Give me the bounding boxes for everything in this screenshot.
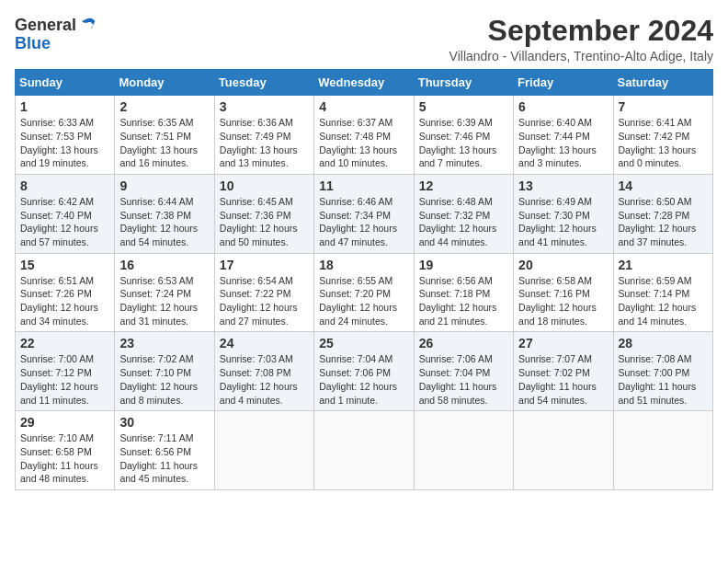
calendar-cell: [514, 411, 613, 490]
day-number: 3: [220, 99, 309, 114]
calendar-cell: 7Sunrise: 6:41 AM Sunset: 7:42 PM Daylig…: [613, 96, 712, 175]
calendar-week-row: 22Sunrise: 7:00 AM Sunset: 7:12 PM Dayli…: [16, 332, 713, 411]
calendar-cell: 12Sunrise: 6:48 AM Sunset: 7:32 PM Dayli…: [414, 174, 513, 253]
col-header-monday: Monday: [115, 70, 214, 96]
day-info: Sunrise: 7:11 AM Sunset: 6:56 PM Dayligh…: [119, 431, 209, 486]
day-info: Sunrise: 6:56 AM Sunset: 7:18 PM Dayligh…: [419, 274, 508, 328]
day-number: 8: [20, 178, 109, 193]
day-number: 29: [20, 415, 109, 430]
title-area: September 2024 Villandro - Villanders, T…: [449, 15, 713, 63]
calendar-cell: 21Sunrise: 6:59 AM Sunset: 7:14 PM Dayli…: [613, 253, 712, 332]
calendar-cell: 8Sunrise: 6:42 AM Sunset: 7:40 PM Daylig…: [16, 174, 115, 253]
day-info: Sunrise: 6:50 AM Sunset: 7:28 PM Dayligh…: [619, 195, 708, 249]
calendar-cell: 3Sunrise: 6:36 AM Sunset: 7:49 PM Daylig…: [214, 96, 313, 175]
day-number: 18: [319, 258, 408, 272]
day-number: 23: [119, 336, 209, 350]
day-number: 15: [20, 258, 109, 272]
day-number: 1: [20, 99, 109, 114]
calendar-cell: 30Sunrise: 7:11 AM Sunset: 6:56 PM Dayli…: [115, 411, 214, 490]
day-number: 19: [419, 258, 508, 272]
calendar-cell: 14Sunrise: 6:50 AM Sunset: 7:28 PM Dayli…: [613, 174, 712, 253]
calendar-cell: [214, 411, 313, 490]
day-number: 26: [419, 336, 508, 350]
day-info: Sunrise: 6:48 AM Sunset: 7:32 PM Dayligh…: [419, 195, 508, 249]
col-header-friday: Friday: [514, 70, 613, 96]
logo-general: General: [15, 17, 76, 33]
calendar-cell: 4Sunrise: 6:37 AM Sunset: 7:48 PM Daylig…: [314, 96, 414, 175]
day-number: 28: [619, 336, 708, 350]
day-number: 17: [220, 258, 309, 272]
calendar-week-row: 8Sunrise: 6:42 AM Sunset: 7:40 PM Daylig…: [16, 174, 713, 253]
calendar-cell: 9Sunrise: 6:44 AM Sunset: 7:38 PM Daylig…: [115, 174, 214, 253]
day-number: 12: [419, 178, 508, 193]
calendar-cell: 16Sunrise: 6:53 AM Sunset: 7:24 PM Dayli…: [115, 253, 214, 332]
day-info: Sunrise: 6:44 AM Sunset: 7:38 PM Dayligh…: [119, 195, 209, 249]
day-info: Sunrise: 6:58 AM Sunset: 7:16 PM Dayligh…: [518, 274, 608, 328]
day-info: Sunrise: 6:46 AM Sunset: 7:34 PM Dayligh…: [319, 195, 408, 249]
day-number: 21: [619, 258, 708, 272]
day-info: Sunrise: 7:06 AM Sunset: 7:04 PM Dayligh…: [419, 352, 508, 407]
calendar-cell: 19Sunrise: 6:56 AM Sunset: 7:18 PM Dayli…: [414, 253, 513, 332]
col-header-thursday: Thursday: [414, 70, 513, 96]
day-number: 24: [220, 336, 309, 350]
calendar-cell: 29Sunrise: 7:10 AM Sunset: 6:58 PM Dayli…: [16, 411, 115, 490]
calendar-cell: [414, 411, 513, 490]
day-number: 7: [619, 99, 708, 114]
day-number: 27: [518, 336, 608, 350]
day-number: 5: [419, 99, 508, 114]
day-info: Sunrise: 6:55 AM Sunset: 7:20 PM Dayligh…: [319, 274, 408, 328]
day-info: Sunrise: 6:39 AM Sunset: 7:46 PM Dayligh…: [419, 116, 508, 170]
logo: General Blue: [15, 15, 98, 52]
calendar-header-row: SundayMondayTuesdayWednesdayThursdayFrid…: [16, 70, 713, 96]
day-number: 9: [119, 178, 209, 193]
month-title: September 2024: [449, 15, 713, 47]
calendar-cell: 24Sunrise: 7:03 AM Sunset: 7:08 PM Dayli…: [214, 332, 313, 411]
col-header-wednesday: Wednesday: [314, 70, 414, 96]
calendar-cell: 11Sunrise: 6:46 AM Sunset: 7:34 PM Dayli…: [314, 174, 414, 253]
logo-blue: Blue: [15, 34, 51, 52]
day-number: 11: [319, 178, 408, 193]
calendar-cell: [314, 411, 414, 490]
location-subtitle: Villandro - Villanders, Trentino-Alto Ad…: [449, 49, 713, 63]
col-header-sunday: Sunday: [16, 70, 115, 96]
day-number: 4: [319, 99, 408, 114]
day-number: 25: [319, 336, 408, 350]
calendar-cell: 27Sunrise: 7:07 AM Sunset: 7:02 PM Dayli…: [514, 332, 613, 411]
calendar-cell: 2Sunrise: 6:35 AM Sunset: 7:51 PM Daylig…: [115, 96, 214, 175]
day-info: Sunrise: 6:41 AM Sunset: 7:42 PM Dayligh…: [619, 116, 708, 170]
day-info: Sunrise: 6:53 AM Sunset: 7:24 PM Dayligh…: [119, 274, 209, 328]
day-info: Sunrise: 7:07 AM Sunset: 7:02 PM Dayligh…: [518, 352, 608, 407]
day-info: Sunrise: 6:33 AM Sunset: 7:53 PM Dayligh…: [20, 116, 109, 170]
day-info: Sunrise: 6:45 AM Sunset: 7:36 PM Dayligh…: [220, 195, 309, 249]
day-number: 13: [518, 178, 608, 193]
day-info: Sunrise: 7:02 AM Sunset: 7:10 PM Dayligh…: [119, 352, 209, 407]
calendar-week-row: 29Sunrise: 7:10 AM Sunset: 6:58 PM Dayli…: [16, 411, 713, 490]
calendar-cell: 15Sunrise: 6:51 AM Sunset: 7:26 PM Dayli…: [16, 253, 115, 332]
calendar-cell: [613, 411, 712, 490]
day-info: Sunrise: 6:59 AM Sunset: 7:14 PM Dayligh…: [619, 274, 708, 328]
day-info: Sunrise: 7:10 AM Sunset: 6:58 PM Dayligh…: [20, 431, 109, 486]
calendar-table: SundayMondayTuesdayWednesdayThursdayFrid…: [15, 69, 713, 490]
calendar-cell: 1Sunrise: 6:33 AM Sunset: 7:53 PM Daylig…: [16, 96, 115, 175]
day-info: Sunrise: 6:35 AM Sunset: 7:51 PM Dayligh…: [119, 116, 209, 170]
page-header: General Blue September 2024 Villandro - …: [15, 15, 713, 63]
calendar-cell: 23Sunrise: 7:02 AM Sunset: 7:10 PM Dayli…: [115, 332, 214, 411]
day-info: Sunrise: 6:54 AM Sunset: 7:22 PM Dayligh…: [220, 274, 309, 328]
col-header-tuesday: Tuesday: [214, 70, 313, 96]
day-info: Sunrise: 6:42 AM Sunset: 7:40 PM Dayligh…: [20, 195, 109, 249]
day-info: Sunrise: 7:03 AM Sunset: 7:08 PM Dayligh…: [220, 352, 309, 407]
day-info: Sunrise: 6:51 AM Sunset: 7:26 PM Dayligh…: [20, 274, 109, 328]
calendar-cell: 22Sunrise: 7:00 AM Sunset: 7:12 PM Dayli…: [16, 332, 115, 411]
calendar-cell: 25Sunrise: 7:04 AM Sunset: 7:06 PM Dayli…: [314, 332, 414, 411]
day-number: 14: [619, 178, 708, 193]
calendar-cell: 28Sunrise: 7:08 AM Sunset: 7:00 PM Dayli…: [613, 332, 712, 411]
day-info: Sunrise: 6:36 AM Sunset: 7:49 PM Dayligh…: [220, 116, 309, 170]
calendar-cell: 6Sunrise: 6:40 AM Sunset: 7:44 PM Daylig…: [514, 96, 613, 175]
day-number: 16: [119, 258, 209, 272]
day-info: Sunrise: 6:40 AM Sunset: 7:44 PM Dayligh…: [518, 116, 608, 170]
day-info: Sunrise: 7:04 AM Sunset: 7:06 PM Dayligh…: [319, 352, 408, 407]
col-header-saturday: Saturday: [613, 70, 712, 96]
calendar-cell: 26Sunrise: 7:06 AM Sunset: 7:04 PM Dayli…: [414, 332, 513, 411]
calendar-cell: 20Sunrise: 6:58 AM Sunset: 7:16 PM Dayli…: [514, 253, 613, 332]
calendar-cell: 10Sunrise: 6:45 AM Sunset: 7:36 PM Dayli…: [214, 174, 313, 253]
